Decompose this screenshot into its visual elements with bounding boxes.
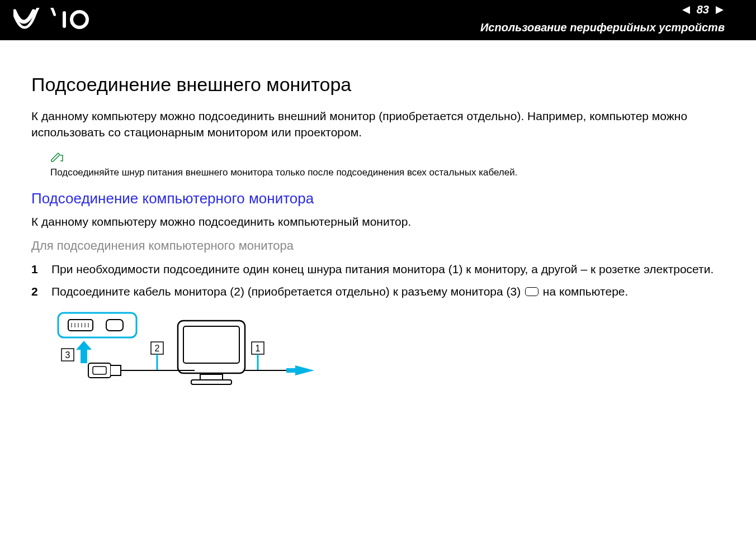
intro-paragraph: К данному компьютеру можно подсоединить …: [31, 108, 725, 141]
step-item: 1 При необходимости подсоедините один ко…: [31, 261, 725, 278]
heading-3: Для подсоединения компьютерного монитора: [31, 239, 725, 253]
svg-marker-28: [295, 365, 314, 375]
step-text: При необходимости подсоедините один коне…: [51, 261, 725, 278]
diagram-label-1: 1: [256, 344, 261, 353]
svg-rect-12: [106, 320, 123, 331]
heading-2: Подсоединение компьютерного монитора: [31, 190, 725, 207]
note-pencil-icon: [50, 152, 725, 164]
svg-marker-13: [76, 341, 92, 363]
svg-rect-16: [93, 367, 106, 374]
svg-point-1: [72, 12, 87, 27]
step-text-pre: Подсоедините кабель монитора (2) (приобр…: [51, 285, 524, 298]
heading-1: Подсоединение внешнего монитора: [31, 74, 725, 96]
sub-paragraph: К данному компьютеру можно подсоединить …: [31, 215, 725, 229]
header-bar: 83 Использование периферийных устройств: [0, 0, 756, 40]
note-block: Подсоединяйте шнур питания внешнего мони…: [50, 152, 725, 179]
diagram-label-3: 3: [65, 350, 70, 360]
note-text: Подсоединяйте шнур питания внешнего мони…: [50, 166, 725, 179]
steps-list: 1 При необходимости подсоедините один ко…: [31, 261, 725, 301]
svg-rect-22: [200, 374, 223, 380]
section-title: Использование периферийных устройств: [480, 21, 725, 34]
step-item: 2 Подсоедините кабель монитора (2) (прио…: [31, 283, 725, 300]
connection-diagram: 3 2: [55, 310, 725, 401]
page: 83 Использование периферийных устройств …: [0, 0, 756, 533]
step-text-post: на компьютере.: [540, 285, 628, 298]
diagram-label-2: 2: [155, 344, 160, 353]
step-text: Подсоедините кабель монитора (2) (приобр…: [51, 283, 725, 300]
svg-rect-29: [286, 368, 297, 373]
prev-page-arrow-icon[interactable]: [681, 5, 692, 15]
vaio-logo: [13, 8, 92, 32]
svg-marker-2: [682, 6, 690, 14]
step-number: 2: [31, 283, 39, 300]
svg-rect-23: [191, 380, 231, 384]
next-page-arrow-icon[interactable]: [714, 5, 725, 15]
page-nav: 83: [681, 3, 725, 16]
step-number: 1: [31, 261, 39, 278]
svg-marker-3: [716, 6, 724, 14]
monitor-port-icon: [525, 287, 538, 296]
svg-rect-5: [68, 320, 93, 331]
svg-rect-21: [183, 326, 239, 363]
content: Подсоединение внешнего монитора К данном…: [0, 40, 756, 401]
svg-rect-0: [63, 11, 66, 28]
page-number: 83: [697, 3, 709, 16]
